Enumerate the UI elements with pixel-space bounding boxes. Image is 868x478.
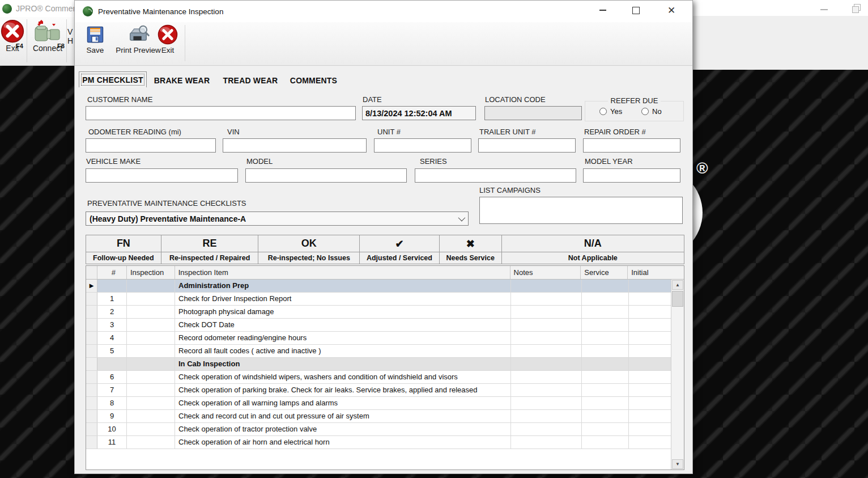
grid-cell-insp[interactable] — [127, 423, 175, 435]
dialog-exit-button[interactable]: Exit — [156, 24, 180, 54]
grid-cell-notes[interactable] — [511, 280, 582, 292]
scroll-up-icon[interactable]: ▲ — [672, 280, 683, 290]
reefer-no-option[interactable]: No — [641, 107, 662, 116]
grid-cell-notes[interactable] — [511, 410, 582, 422]
grid-cell-item[interactable]: Check operation of windshield wipers, wa… — [175, 371, 511, 383]
grid-section-row[interactable]: In Cab Inspection — [86, 358, 684, 371]
grid-cell-num[interactable]: 8 — [97, 397, 127, 409]
grid-cell-notes[interactable] — [511, 332, 582, 344]
grid-cell-item[interactable]: Check for Driver Inspection Report — [175, 293, 511, 305]
grid-cell-num[interactable]: 4 — [97, 332, 127, 344]
grid-cell-notes[interactable] — [511, 319, 582, 331]
grid-item-row[interactable]: 4Record odometer reading/engine hours — [86, 332, 684, 345]
grid-header-inspection[interactable]: Inspection — [127, 266, 175, 279]
tab-comments[interactable]: COMMENTS — [287, 73, 341, 87]
grid-cell-num[interactable]: 11 — [97, 436, 127, 449]
unit-input[interactable] — [374, 138, 471, 153]
grid-cell-insp[interactable] — [127, 332, 175, 344]
grid-header-notes[interactable]: Notes — [510, 266, 581, 279]
grid-scrollbar[interactable]: ▲ ▼ — [671, 280, 684, 469]
grid-cell-svc[interactable] — [582, 293, 629, 305]
date-input[interactable] — [362, 106, 476, 120]
grid-cell-num[interactable]: 1 — [97, 293, 127, 305]
grid-cell-notes[interactable] — [511, 371, 582, 383]
tab-tread-wear[interactable]: TREAD WEAR — [219, 73, 282, 87]
grid-cell-init[interactable] — [629, 306, 672, 318]
grid-cell-svc[interactable] — [582, 410, 629, 422]
grid-cell-svc[interactable] — [582, 397, 629, 409]
grid-cell-init[interactable] — [629, 371, 672, 383]
grid-cell-svc[interactable] — [582, 423, 629, 435]
reefer-no-radio[interactable] — [641, 108, 649, 115]
grid-item-row[interactable]: 7Check operation of parking brake. Check… — [86, 384, 684, 397]
vin-input[interactable] — [223, 138, 367, 153]
grid-cell-notes[interactable] — [511, 293, 582, 305]
grid-item-row[interactable]: 3Check DOT Date — [86, 319, 684, 332]
grid-cell-item[interactable]: Check operation of all warning lamps and… — [175, 397, 511, 409]
dialog-titlebar[interactable]: Preventative Maintenance Inspection ✕ — [75, 1, 692, 22]
maximize-button[interactable] — [623, 1, 649, 20]
grid-item-row[interactable]: 8Check operation of all warning lamps an… — [86, 397, 684, 410]
scrollbar-thumb[interactable] — [672, 291, 683, 307]
checklists-dropdown[interactable]: (Heavy Duty) Preventative Maintenance-A — [86, 211, 469, 226]
host-partial-button[interactable]: V H — [67, 27, 73, 45]
grid-cell-init[interactable] — [629, 319, 672, 331]
grid-cell-svc[interactable] — [582, 358, 629, 370]
grid-cell-num[interactable]: 5 — [97, 345, 127, 357]
series-input[interactable] — [415, 168, 576, 183]
grid-cell-item[interactable]: Photograph physical damage — [175, 306, 511, 318]
tab-brake-wear[interactable]: BRAKE WEAR — [151, 73, 213, 87]
odometer-input[interactable] — [86, 138, 216, 153]
grid-cell-num[interactable]: 9 — [97, 410, 127, 422]
host-restore-icon[interactable] — [852, 4, 861, 13]
grid-cell-svc[interactable] — [582, 332, 629, 344]
grid-item-row[interactable]: 9Check and record cut in and cut out pre… — [86, 410, 684, 423]
grid-cell-svc[interactable] — [582, 384, 629, 396]
grid-cell-init[interactable] — [629, 293, 672, 305]
grid-cell-svc[interactable] — [582, 280, 629, 292]
grid-header-item[interactable]: Inspection Item — [175, 266, 510, 279]
tab-pm-checklist[interactable]: PM CHECKLIST — [79, 71, 147, 87]
grid-item-row[interactable]: 11Check operation of air horn and electr… — [86, 436, 684, 449]
grid-cell-init[interactable] — [629, 397, 672, 409]
model-input[interactable] — [245, 168, 407, 183]
grid-cell-notes[interactable] — [511, 384, 582, 396]
grid-item-row[interactable]: 10Check operation of tractor protection … — [86, 423, 684, 436]
minimize-button[interactable] — [590, 1, 616, 20]
grid-item-row[interactable]: 2Photograph physical damage — [86, 306, 684, 319]
grid-cell-item[interactable]: Administration Prep — [175, 280, 511, 292]
grid-cell-item[interactable]: Check and record cut in and cut out pres… — [175, 410, 511, 422]
grid-section-row[interactable]: ▶Administration Prep — [86, 280, 684, 293]
grid-cell-item[interactable]: Record all fault codes ( active and inac… — [175, 345, 511, 357]
grid-cell-insp[interactable] — [127, 436, 175, 449]
grid-cell-init[interactable] — [629, 358, 672, 370]
model-year-input[interactable] — [583, 168, 680, 183]
grid-cell-init[interactable] — [629, 436, 672, 449]
grid-cell-item[interactable]: Check DOT Date — [175, 319, 511, 331]
list-campaigns-input[interactable] — [479, 197, 683, 224]
trailer-unit-input[interactable] — [478, 138, 576, 153]
grid-cell-num[interactable] — [97, 358, 127, 370]
grid-cell-insp[interactable] — [127, 358, 175, 370]
grid-cell-init[interactable] — [629, 410, 672, 422]
grid-cell-insp[interactable] — [127, 371, 175, 383]
grid-cell-init[interactable] — [629, 423, 672, 435]
grid-cell-insp[interactable] — [127, 293, 175, 305]
grid-cell-num[interactable]: 2 — [97, 306, 127, 318]
grid-cell-item[interactable]: Check operation of parking brake. Check … — [175, 384, 511, 396]
grid-cell-notes[interactable] — [511, 423, 582, 435]
grid-cell-insp[interactable] — [127, 345, 175, 357]
grid-cell-num[interactable]: 10 — [97, 423, 127, 435]
repair-order-input[interactable] — [583, 138, 680, 153]
vehicle-make-input[interactable] — [86, 168, 238, 183]
grid-cell-svc[interactable] — [582, 371, 629, 383]
grid-cell-num[interactable]: 3 — [97, 319, 127, 331]
grid-cell-svc[interactable] — [582, 345, 629, 357]
location-code-input[interactable] — [484, 106, 582, 120]
grid-cell-insp[interactable] — [127, 319, 175, 331]
grid-cell-item[interactable]: Check operation of air horn and electric… — [175, 436, 511, 449]
grid-header-service[interactable]: Service — [581, 266, 628, 279]
grid-item-row[interactable]: 1Check for Driver Inspection Report — [86, 293, 684, 306]
reefer-yes-radio[interactable] — [599, 108, 607, 115]
grid-cell-init[interactable] — [629, 332, 672, 344]
